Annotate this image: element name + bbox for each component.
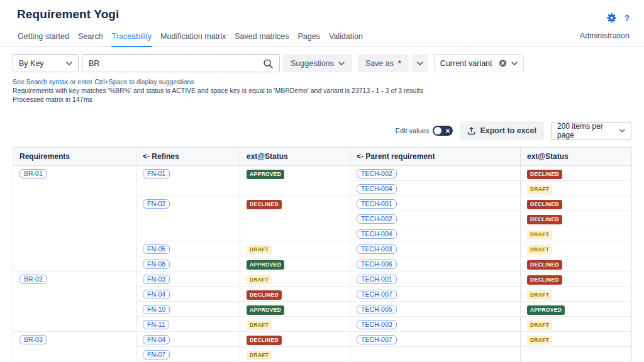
export-to-excel-button[interactable]: Export to excel	[460, 121, 544, 140]
gear-icon[interactable]	[607, 13, 616, 23]
requirement-key-link[interactable]: TECH-007	[357, 290, 397, 299]
status-badge: DECLINED	[247, 336, 282, 345]
suggestions-button[interactable]: Suggestions	[283, 54, 352, 72]
tab-saved-matrices[interactable]: Saved matrices	[234, 30, 289, 46]
requirement-key-link[interactable]: BR-01	[19, 169, 47, 178]
clear-circle-icon[interactable]	[499, 59, 507, 67]
help-icon[interactable]: ?	[625, 13, 630, 23]
requirement-key-link[interactable]: TECH-004	[357, 229, 397, 239]
requirement-key-cell: TECH-004	[350, 181, 521, 196]
requirement-key-cell: FN-07	[136, 347, 240, 362]
column-header: Requirements	[13, 148, 136, 166]
requirement-key-link[interactable]: TECH-001	[357, 275, 397, 284]
status-badge: DRAFT	[247, 245, 272, 255]
status-cell: DRAFT	[521, 317, 632, 332]
requirement-key-link[interactable]: TECH-007	[357, 335, 397, 344]
status-cell: DECLINED	[521, 272, 632, 287]
status-cell: DRAFT	[521, 226, 632, 241]
processing-time: Processed matrix in 147ms	[13, 96, 644, 104]
search-box	[82, 54, 280, 72]
export-button-label: Export to excel	[480, 126, 536, 135]
edit-values-label: Edit values	[396, 127, 430, 134]
save-as-menu-button[interactable]	[412, 54, 428, 72]
variant-select[interactable]: Current variant	[434, 54, 524, 72]
requirement-key-cell: FN-04	[136, 332, 240, 347]
status-cell: DECLINED	[521, 166, 632, 181]
requirement-key-link[interactable]: FN-04	[143, 335, 170, 344]
status-cell: DRAFT	[240, 317, 350, 332]
requirement-key-cell: FN-08	[136, 256, 240, 272]
requirement-key-link[interactable]: TECH-003	[357, 320, 397, 329]
requirement-key-link[interactable]: FN-08	[143, 260, 170, 269]
tab-getting-started[interactable]: Getting started	[17, 30, 70, 46]
requirement-key-link[interactable]: BR-03	[19, 335, 47, 344]
requirement-key-link[interactable]: FN-10	[143, 305, 170, 314]
requirement-key-link[interactable]: BR-02	[19, 275, 47, 284]
tab-traceability[interactable]: Traceability	[111, 30, 152, 47]
toggle-off-x-icon	[445, 128, 450, 133]
variant-value: Current variant	[440, 59, 492, 68]
search-syntax-link[interactable]: Search syntax	[26, 78, 69, 85]
requirement-key-link[interactable]: TECH-005	[357, 305, 397, 314]
tabs: Getting startedSearchTraceabilityModific…	[17, 30, 364, 46]
table-row: BR-02FN-03DRAFTTECH-001DECLINED	[13, 272, 632, 287]
search-controls: By Key Suggestions Save as* Current vari…	[13, 54, 631, 72]
status-badge: DECLINED	[527, 275, 562, 285]
status-badge: DRAFT	[527, 185, 552, 194]
chevron-down-icon	[417, 62, 423, 65]
requirement-key-link[interactable]: FN-11	[143, 320, 169, 329]
requirement-key-link[interactable]: FN-07	[143, 350, 170, 359]
search-input[interactable]	[82, 59, 260, 68]
status-cell: DRAFT	[521, 181, 632, 196]
search-icon[interactable]	[260, 57, 279, 69]
table-row: BR-03FN-04DECLINEDTECH-007DRAFT	[13, 332, 632, 347]
status-cell: DRAFT	[521, 332, 632, 347]
empty-cell	[521, 347, 632, 362]
search-mode-select[interactable]: By Key	[13, 54, 79, 72]
requirement-key-link[interactable]: FN-03	[143, 275, 170, 284]
column-header: ext@Status	[240, 148, 350, 166]
requirement-yogi-page: Requirement Yogi ? Getting startedSearch…	[0, 0, 644, 362]
requirement-key-link[interactable]: TECH-006	[357, 260, 397, 269]
syntax-hint-suffix: or enter Ctrl+Space to display suggestio…	[68, 78, 194, 85]
edit-values-toggle[interactable]	[433, 126, 453, 136]
status-cell: DECLINED	[521, 211, 632, 226]
requirement-key-link[interactable]: FN-04	[143, 290, 170, 299]
empty-cell	[350, 347, 521, 362]
status-cell: DRAFT	[240, 241, 350, 256]
tab-bar: Getting startedSearchTraceabilityModific…	[0, 30, 644, 47]
toggle-knob	[434, 127, 441, 134]
status-badge: DRAFT	[527, 290, 552, 300]
requirement-key-cell: TECH-003	[350, 317, 521, 332]
status-badge: DRAFT	[247, 351, 272, 360]
requirement-key-link[interactable]: TECH-002	[357, 214, 397, 224]
status-cell: DRAFT	[521, 241, 632, 256]
tab-pages[interactable]: Pages	[297, 30, 320, 46]
status-badge: DECLINED	[527, 200, 562, 209]
status-badge: DECLINED	[247, 200, 282, 209]
save-as-button-label: Save as	[365, 59, 394, 68]
tab-validation[interactable]: Validation	[328, 30, 364, 46]
tab-modification-matrix[interactable]: Modification matrix	[160, 30, 226, 46]
requirement-key-link[interactable]: TECH-003	[357, 244, 397, 254]
page-size-select[interactable]: 200 items per page	[551, 122, 631, 140]
status-badge: APPROVED	[247, 305, 284, 315]
requirement-key-link[interactable]: TECH-004	[357, 184, 397, 194]
variant-icons	[499, 59, 518, 67]
requirement-key-link[interactable]: TECH-001	[357, 199, 397, 209]
status-cell: APPROVED	[521, 302, 632, 317]
administration-link[interactable]: Administration	[580, 31, 630, 46]
suggestions-button-label: Suggestions	[291, 59, 334, 68]
status-badge: DECLINED	[527, 215, 562, 224]
syntax-hint-prefix: See	[13, 78, 26, 85]
requirement-key-link[interactable]: FN-02	[143, 199, 170, 209]
requirement-key-link[interactable]: FN-01	[143, 169, 170, 178]
save-as-button[interactable]: Save as*	[358, 54, 409, 72]
requirement-key-cell: TECH-006	[350, 256, 521, 272]
requirement-key-link[interactable]: FN-05	[143, 244, 170, 254]
requirement-key-cell: FN-04	[136, 287, 240, 302]
status-badge: APPROVED	[247, 260, 284, 270]
tab-search[interactable]: Search	[77, 30, 104, 46]
requirement-key-cell: FN-02	[136, 196, 240, 241]
requirement-key-link[interactable]: TECH-002	[357, 169, 397, 178]
